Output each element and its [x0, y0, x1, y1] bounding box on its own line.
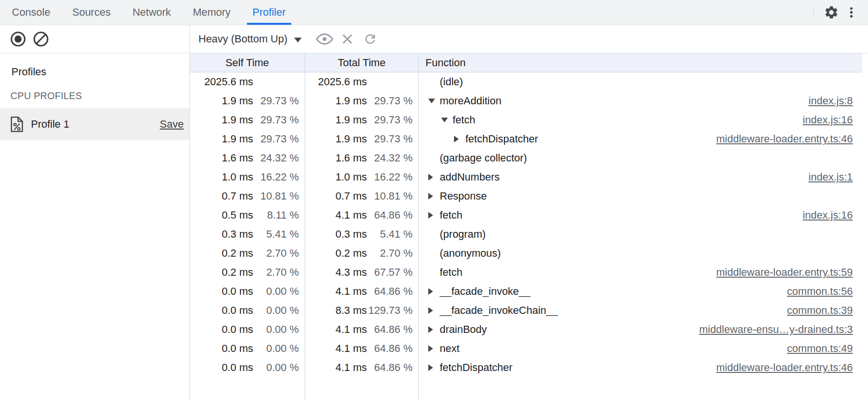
function-name: (idle) [440, 76, 463, 88]
record-button[interactable] [8, 29, 29, 50]
settings-button[interactable] [821, 2, 841, 22]
focus-selected-button[interactable] [314, 29, 335, 50]
tab-memory[interactable]: Memory [187, 0, 236, 25]
total-time-cell: 2025.6 ms [305, 72, 419, 91]
function-name: fetchDispatcher [465, 133, 538, 145]
expander-expanded[interactable] [428, 99, 440, 103]
self-time-cell-ms: 1.0 ms [222, 171, 253, 183]
source-link[interactable]: common.ts:49 [787, 342, 853, 355]
source-link[interactable]: middleware-ensu…y-drained.ts:3 [699, 323, 853, 336]
table-row[interactable]: 1.0 ms16.22 %1.0 ms16.22 %addNumbersinde… [190, 168, 862, 187]
tab-sources[interactable]: Sources [67, 0, 117, 25]
total-time-cell: 4.1 ms64.86 % [305, 339, 419, 358]
self-time-cell-pct: 2.70 % [253, 266, 305, 279]
expander-collapsed[interactable] [428, 345, 440, 352]
self-time-cell-ms: 1.6 ms [222, 152, 253, 164]
table-row[interactable]: 0.2 ms2.70 %4.3 ms67.57 %fetchmiddleware… [190, 263, 862, 282]
self-time-cell-pct: 0.00 % [253, 323, 305, 336]
table-row[interactable]: 0.5 ms8.11 %4.1 ms64.86 %fetchindex.js:1… [190, 206, 862, 225]
table-row[interactable]: 1.9 ms29.73 %1.9 ms29.73 %fetchDispatche… [190, 130, 862, 149]
total-time-cell: 0.2 ms2.70 % [305, 244, 419, 263]
self-time-cell: 0.3 ms5.41 % [190, 225, 305, 244]
sidebar-item-profile-1[interactable]: Profile 1 Save [0, 108, 189, 140]
table-row[interactable]: 0.2 ms2.70 %0.2 ms2.70 %(anonymous) [190, 244, 862, 263]
chevron-right-icon [428, 326, 433, 333]
save-profile-link[interactable]: Save [160, 118, 184, 130]
profiler-toolbar: Heavy (Bottom Up) [0, 25, 868, 53]
function-name: fetch [440, 209, 463, 221]
column-header-total-time[interactable]: Total Time [305, 53, 419, 72]
chevron-right-icon [428, 212, 433, 219]
total-time-cell: 8.3 ms129.73 % [305, 301, 419, 320]
self-time-cell: 1.0 ms16.22 % [190, 168, 305, 187]
total-time-cell: 1.9 ms29.73 % [305, 110, 419, 130]
table-row[interactable]: 0.0 ms0.00 %4.1 ms64.86 %nextcommon.ts:4… [190, 339, 862, 358]
expander-collapsed[interactable] [428, 288, 440, 295]
source-link[interactable]: middleware-loader.entry.ts:46 [716, 361, 853, 374]
self-time-cell-pct: 29.73 % [253, 133, 305, 145]
expander-collapsed[interactable] [428, 212, 440, 219]
profile-view-selected: Heavy (Bottom Up) [198, 33, 287, 45]
self-time-cell-pct: 29.73 % [253, 114, 305, 126]
total-time-cell-pct: 10.81 % [367, 190, 418, 202]
tab-profiler[interactable]: Profiler [247, 0, 292, 25]
table-row[interactable]: 1.9 ms29.73 %1.9 ms29.73 %fetchindex.js:… [190, 110, 862, 130]
self-time-cell: 0.0 ms0.00 % [190, 358, 305, 377]
self-time-cell: 0.0 ms0.00 % [190, 339, 305, 358]
devtools-profiler-panel: ConsoleSourcesNetworkMemoryProfiler [0, 0, 868, 401]
function-cell: fetchindex.js:16 [419, 206, 862, 225]
source-link[interactable]: index.js:1 [809, 171, 853, 183]
self-time-cell-ms: 2025.6 ms [204, 76, 253, 88]
table-row[interactable]: 0.3 ms5.41 %0.3 ms5.41 %(program) [190, 225, 862, 244]
source-link[interactable]: middleware-loader.entry.ts:59 [716, 266, 853, 279]
profiler-data-grid: Self Time Total Time Function 2025.6 ms2… [190, 53, 862, 401]
source-link[interactable]: index.js:16 [803, 114, 853, 126]
self-time-cell-ms: 0.2 ms [222, 266, 253, 279]
self-time-cell: 0.5 ms8.11 % [190, 206, 305, 225]
self-time-cell: 2025.6 ms [190, 72, 305, 91]
source-link[interactable]: middleware-loader.entry.ts:46 [716, 133, 853, 145]
total-time-cell-pct: 64.86 % [367, 209, 418, 221]
table-row[interactable]: 0.7 ms10.81 %0.7 ms10.81 %Response [190, 187, 862, 206]
column-header-self-time[interactable]: Self Time [190, 53, 305, 72]
self-time-cell: 0.0 ms0.00 % [190, 320, 305, 339]
exclude-selected-button[interactable] [337, 29, 358, 50]
expander-collapsed[interactable] [454, 136, 465, 142]
profile-view-select[interactable]: Heavy (Bottom Up) [198, 33, 302, 45]
clear-profiles-button[interactable] [30, 29, 51, 50]
source-link[interactable]: common.ts:56 [787, 285, 853, 298]
function-cell: fetchindex.js:16 [419, 110, 862, 130]
column-header-function[interactable]: Function [419, 53, 862, 72]
expander-expanded[interactable] [441, 118, 453, 122]
chevron-down-icon [294, 38, 302, 42]
total-time-cell-ms: 4.3 ms [335, 266, 367, 279]
source-link[interactable]: common.ts:39 [787, 304, 853, 317]
expander-collapsed[interactable] [428, 193, 440, 200]
table-row[interactable]: 0.0 ms0.00 %4.1 ms64.86 %drainBodymiddle… [190, 320, 862, 339]
table-row[interactable]: 1.6 ms24.32 %1.6 ms24.32 %(garbage colle… [190, 149, 862, 168]
self-time-cell-pct: 2.70 % [253, 247, 305, 260]
kebab-menu-icon [845, 6, 858, 19]
devtools-tab-bar: ConsoleSourcesNetworkMemoryProfiler [0, 0, 868, 25]
tab-network[interactable]: Network [127, 0, 177, 25]
function-name: addNumbers [440, 171, 500, 183]
expander-collapsed[interactable] [428, 174, 440, 180]
expander-collapsed[interactable] [428, 307, 440, 314]
total-time-cell-pct: 64.86 % [367, 342, 418, 355]
expander-collapsed[interactable] [428, 364, 440, 371]
table-row[interactable]: 0.0 ms0.00 %4.1 ms64.86 %fetchDispatcher… [190, 358, 862, 377]
table-row[interactable]: 1.9 ms29.73 %1.9 ms29.73 %moreAdditionin… [190, 91, 862, 110]
more-options-button[interactable] [841, 2, 861, 22]
source-link[interactable]: index.js:16 [803, 209, 853, 221]
total-time-cell-ms: 1.6 ms [335, 152, 367, 164]
profile-name: Profile 1 [31, 118, 160, 130]
tab-console[interactable]: Console [6, 0, 56, 25]
expander-collapsed[interactable] [428, 326, 440, 333]
table-row[interactable]: 0.0 ms0.00 %4.1 ms64.86 %__facade_invoke… [190, 282, 862, 301]
table-row[interactable]: 0.0 ms0.00 %8.3 ms129.73 %__facade_invok… [190, 301, 862, 320]
table-row[interactable]: 2025.6 ms2025.6 ms(idle) [190, 72, 862, 91]
total-time-cell-ms: 8.3 ms [335, 304, 367, 317]
source-link[interactable]: index.js:8 [809, 95, 853, 107]
function-cell: moreAdditionindex.js:8 [419, 91, 862, 110]
restore-all-button[interactable] [360, 29, 381, 50]
